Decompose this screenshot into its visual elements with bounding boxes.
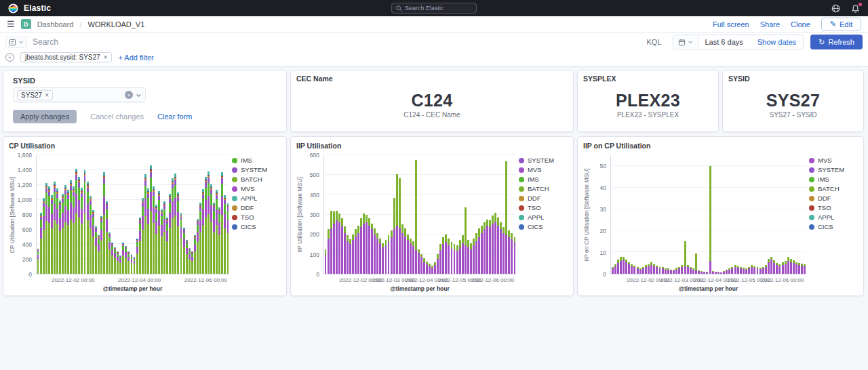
date-quick-select-button[interactable] [673, 35, 698, 49]
legend-item-tso[interactable]: TSO [232, 213, 279, 221]
stacked-bar[interactable] [760, 155, 762, 274]
stacked-bar[interactable] [684, 155, 686, 274]
stacked-bar[interactable] [134, 155, 136, 274]
stacked-bar[interactable] [349, 155, 351, 274]
stacked-bar[interactable] [785, 155, 787, 274]
stacked-bar[interactable] [407, 155, 409, 274]
stacked-bar[interactable] [420, 155, 422, 274]
stacked-bar[interactable] [698, 155, 700, 274]
stacked-bar[interactable] [87, 155, 89, 274]
stacked-bar[interactable] [715, 155, 717, 274]
stacked-bar[interactable] [631, 155, 633, 274]
legend-item-ims[interactable]: IMS [232, 157, 279, 164]
stacked-bar[interactable] [486, 155, 488, 274]
stacked-bar[interactable] [51, 155, 53, 274]
stacked-bar[interactable] [434, 155, 436, 274]
stacked-bar[interactable] [106, 155, 108, 274]
stacked-bar[interactable] [481, 155, 483, 274]
selected-option-tag[interactable]: SYS27 × [17, 90, 53, 100]
stacked-bar[interactable] [431, 155, 433, 274]
stacked-bar[interactable] [330, 155, 332, 274]
stacked-bar[interactable] [111, 155, 113, 274]
stacked-bar[interactable] [202, 155, 204, 274]
stacked-bar[interactable] [338, 155, 340, 274]
stacked-bar[interactable] [155, 155, 157, 274]
stacked-bar[interactable] [415, 155, 417, 274]
stacked-bar[interactable] [150, 155, 152, 274]
stacked-bar[interactable] [90, 155, 92, 274]
chart-plot-area[interactable] [36, 155, 229, 274]
stacked-bar[interactable] [213, 155, 215, 274]
refresh-button[interactable]: ↻ Refresh [810, 35, 863, 49]
stacked-bar[interactable] [662, 155, 664, 274]
stacked-bar[interactable] [396, 155, 398, 274]
stacked-bar[interactable] [748, 155, 750, 274]
stacked-bar[interactable] [612, 155, 614, 274]
notifications-bell-icon[interactable] [851, 4, 860, 13]
stacked-bar[interactable] [717, 155, 719, 274]
stacked-bar[interactable] [169, 155, 171, 274]
stacked-bar[interactable] [456, 155, 458, 274]
stacked-bar[interactable] [328, 155, 330, 274]
stacked-bar[interactable] [762, 155, 764, 274]
stacked-bar[interactable] [382, 155, 384, 274]
stacked-bar[interactable] [445, 155, 447, 274]
stacked-bar[interactable] [692, 155, 694, 274]
show-dates-button[interactable]: Show dates [750, 38, 803, 46]
stacked-bar[interactable] [514, 155, 516, 274]
share-link[interactable]: Share [760, 20, 780, 28]
stacked-bar[interactable] [174, 155, 176, 274]
stacked-bar[interactable] [78, 155, 80, 274]
stacked-bar[interactable] [347, 155, 349, 274]
filter-pill[interactable]: jbeats.host.sysid: SYS27 × [20, 52, 112, 62]
stacked-bar[interactable] [492, 155, 494, 274]
stacked-bar[interactable] [675, 155, 677, 274]
stacked-bar[interactable] [617, 155, 619, 274]
stacked-bar[interactable] [388, 155, 390, 274]
stacked-bar[interactable] [765, 155, 767, 274]
stacked-bar[interactable] [757, 155, 759, 274]
stacked-bar[interactable] [703, 155, 705, 274]
stacked-bar[interactable] [639, 155, 642, 274]
chevron-down-icon[interactable] [136, 92, 142, 98]
legend-item-appl[interactable]: APPL [232, 194, 279, 202]
stacked-bar[interactable] [625, 155, 627, 274]
kql-search-input[interactable]: Search [33, 37, 635, 47]
stacked-bar[interactable] [227, 155, 229, 274]
stacked-bar[interactable] [221, 155, 223, 274]
legend-item-appl[interactable]: APPL [809, 213, 856, 221]
time-range-value[interactable]: Last 6 days [698, 38, 750, 46]
legend-item-batch[interactable]: BATCH [232, 176, 279, 183]
stacked-bar[interactable] [210, 155, 212, 274]
legend-item-batch[interactable]: BATCH [809, 185, 856, 192]
stacked-bar[interactable] [205, 155, 207, 274]
help-icon[interactable] [831, 4, 840, 13]
stacked-bar[interactable] [127, 155, 130, 274]
stacked-bar[interactable] [465, 155, 467, 274]
legend-item-mvs[interactable]: MVS [809, 157, 856, 164]
stacked-bar[interactable] [667, 155, 669, 274]
clone-link[interactable]: Clone [791, 20, 810, 28]
stacked-bar[interactable] [393, 155, 395, 274]
stacked-bar[interactable] [194, 155, 196, 274]
stacked-bar[interactable] [103, 155, 105, 274]
legend-item-cics[interactable]: CICS [809, 223, 856, 230]
stacked-bar[interactable] [341, 155, 343, 274]
stacked-bar[interactable] [183, 155, 185, 274]
stacked-bar[interactable] [642, 155, 644, 274]
stacked-bar[interactable] [709, 155, 711, 274]
stacked-bar[interactable] [40, 155, 42, 274]
sysid-combobox[interactable]: SYS27 × × [13, 87, 146, 102]
stacked-bar[interactable] [119, 155, 121, 274]
stacked-bar[interactable] [743, 155, 745, 274]
stacked-bar[interactable] [511, 155, 513, 274]
stacked-bar[interactable] [48, 155, 50, 274]
stacked-bar[interactable] [62, 155, 64, 274]
legend-item-ddf[interactable]: DDF [232, 204, 279, 211]
stacked-bar[interactable] [795, 155, 797, 274]
stacked-bar[interactable] [451, 155, 453, 274]
stacked-bar[interactable] [637, 155, 639, 274]
stacked-bar[interactable] [620, 155, 622, 274]
legend-item-cics[interactable]: CICS [232, 223, 279, 230]
stacked-bar[interactable] [614, 155, 616, 274]
